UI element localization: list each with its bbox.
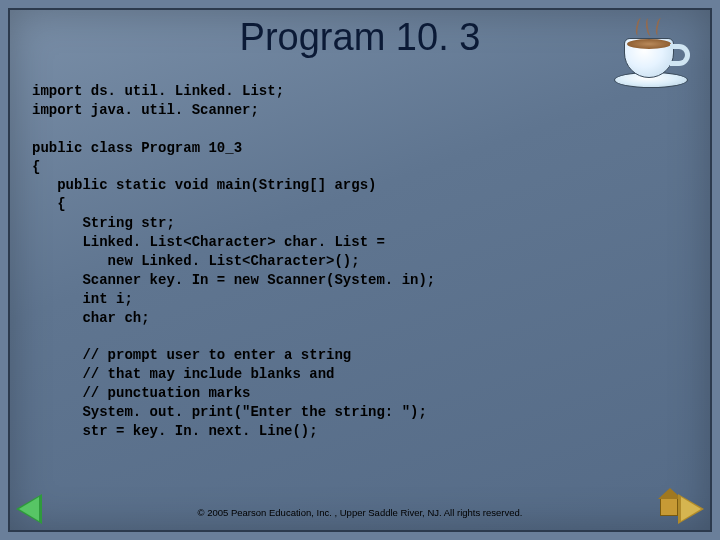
arrow-left-icon [16,494,42,524]
code-block: import ds. util. Linked. List; import ja… [32,82,688,441]
prev-slide-button[interactable] [16,492,58,526]
slide-frame: Program 10. 3 import ds. util. Linked. L… [8,8,712,532]
next-slide-button[interactable] [662,492,704,526]
home-icon [660,498,678,516]
slide-title: Program 10. 3 [10,16,710,59]
arrow-right-icon [678,494,704,524]
copyright-footer: © 2005 Pearson Education, Inc. , Upper S… [10,507,710,518]
